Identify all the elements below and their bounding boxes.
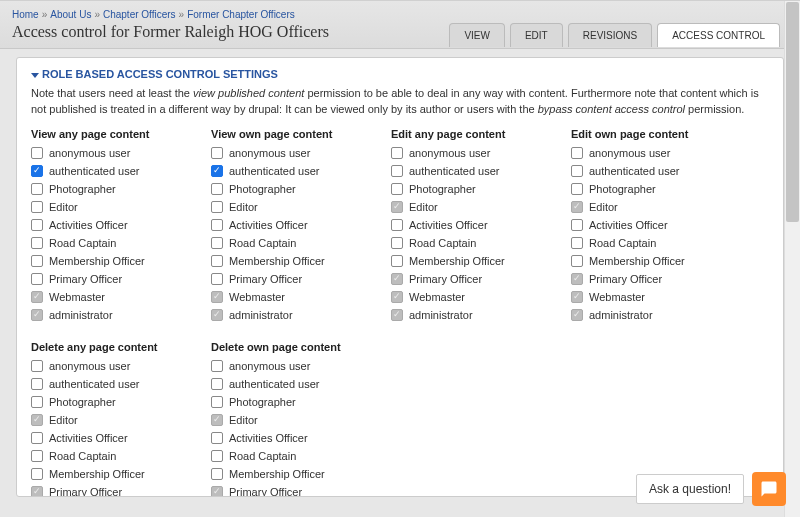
- checkbox: [211, 414, 223, 426]
- role-label: administrator: [589, 309, 653, 321]
- checkbox[interactable]: [571, 165, 583, 177]
- checkbox: [31, 486, 43, 497]
- role-label: authenticated user: [589, 165, 680, 177]
- checkbox[interactable]: [31, 360, 43, 372]
- checkbox[interactable]: [391, 255, 403, 267]
- checkbox[interactable]: [211, 378, 223, 390]
- permission-row: Activities Officer: [571, 219, 751, 231]
- permission-row: Primary Officer: [31, 273, 211, 285]
- permission-row: anonymous user: [571, 147, 751, 159]
- checkbox[interactable]: [31, 432, 43, 444]
- checkbox[interactable]: [211, 450, 223, 462]
- permission-row: Webmaster: [391, 291, 571, 303]
- checkbox[interactable]: [211, 165, 223, 177]
- checkbox[interactable]: [211, 360, 223, 372]
- role-label: Road Captain: [229, 450, 296, 462]
- checkbox[interactable]: [31, 255, 43, 267]
- checkbox[interactable]: [571, 147, 583, 159]
- role-label: authenticated user: [49, 165, 140, 177]
- checkbox[interactable]: [391, 183, 403, 195]
- checkbox[interactable]: [211, 255, 223, 267]
- permission-row: Photographer: [211, 396, 391, 408]
- permission-row: Membership Officer: [31, 468, 211, 480]
- checkbox[interactable]: [571, 237, 583, 249]
- checkbox[interactable]: [571, 183, 583, 195]
- permission-row: Activities Officer: [391, 219, 571, 231]
- column-title: Edit own page content: [571, 128, 751, 140]
- role-label: Primary Officer: [409, 273, 482, 285]
- permission-row: Road Captain: [211, 450, 391, 462]
- checkbox: [391, 273, 403, 285]
- permission-row: authenticated user: [211, 378, 391, 390]
- tab-access-control[interactable]: ACCESS CONTROL: [657, 23, 780, 47]
- checkbox[interactable]: [391, 219, 403, 231]
- checkbox[interactable]: [31, 219, 43, 231]
- role-label: Primary Officer: [229, 486, 302, 497]
- checkbox[interactable]: [31, 273, 43, 285]
- permission-row: Road Captain: [211, 237, 391, 249]
- breadcrumb-separator: »: [94, 9, 100, 20]
- checkbox[interactable]: [211, 183, 223, 195]
- checkbox[interactable]: [31, 468, 43, 480]
- checkbox[interactable]: [31, 396, 43, 408]
- chat-prompt[interactable]: Ask a question!: [636, 474, 744, 504]
- permission-row: Activities Officer: [211, 219, 391, 231]
- role-label: Activities Officer: [229, 432, 308, 444]
- breadcrumb-link[interactable]: Home: [12, 9, 39, 20]
- checkbox[interactable]: [31, 378, 43, 390]
- tab-view[interactable]: VIEW: [449, 23, 505, 47]
- role-label: Webmaster: [229, 291, 285, 303]
- checkbox[interactable]: [211, 396, 223, 408]
- checkbox[interactable]: [211, 219, 223, 231]
- checkbox[interactable]: [31, 201, 43, 213]
- permission-row: administrator: [391, 309, 571, 321]
- permission-row: Webmaster: [31, 291, 211, 303]
- checkbox[interactable]: [31, 147, 43, 159]
- role-label: Webmaster: [49, 291, 105, 303]
- permission-row: Webmaster: [211, 291, 391, 303]
- checkbox[interactable]: [391, 237, 403, 249]
- checkbox[interactable]: [31, 450, 43, 462]
- scrollbar-handle[interactable]: [786, 2, 799, 222]
- checkbox[interactable]: [211, 468, 223, 480]
- checkbox[interactable]: [391, 147, 403, 159]
- role-label: anonymous user: [49, 147, 130, 159]
- permission-row: anonymous user: [391, 147, 571, 159]
- role-label: Activities Officer: [229, 219, 308, 231]
- checkbox[interactable]: [391, 165, 403, 177]
- permission-row: Editor: [211, 414, 391, 426]
- role-label: Editor: [49, 414, 78, 426]
- tab-revisions[interactable]: REVISIONS: [568, 23, 652, 47]
- checkbox: [571, 273, 583, 285]
- checkbox[interactable]: [211, 432, 223, 444]
- chat-button[interactable]: [752, 472, 786, 506]
- fieldset-toggle[interactable]: ROLE BASED ACCESS CONTROL SETTINGS: [31, 68, 769, 80]
- checkbox[interactable]: [31, 183, 43, 195]
- role-label: Primary Officer: [49, 486, 122, 497]
- checkbox[interactable]: [211, 273, 223, 285]
- breadcrumb-link[interactable]: Former Chapter Officers: [187, 9, 295, 20]
- scrollbar[interactable]: [784, 1, 800, 517]
- permission-row: administrator: [211, 309, 391, 321]
- permission-column: Edit own page contentanonymous userauthe…: [571, 128, 751, 327]
- role-label: authenticated user: [229, 165, 320, 177]
- role-label: anonymous user: [229, 360, 310, 372]
- checkbox[interactable]: [211, 147, 223, 159]
- role-label: Membership Officer: [49, 468, 145, 480]
- checkbox[interactable]: [211, 237, 223, 249]
- checkbox[interactable]: [571, 255, 583, 267]
- checkbox[interactable]: [31, 165, 43, 177]
- checkbox[interactable]: [31, 237, 43, 249]
- tab-edit[interactable]: EDIT: [510, 23, 563, 47]
- role-label: anonymous user: [589, 147, 670, 159]
- role-label: Activities Officer: [49, 219, 128, 231]
- permission-row: Editor: [31, 414, 211, 426]
- role-label: Membership Officer: [229, 255, 325, 267]
- checkbox[interactable]: [571, 219, 583, 231]
- breadcrumb-link[interactable]: Chapter Officers: [103, 9, 176, 20]
- breadcrumb-link[interactable]: About Us: [50, 9, 91, 20]
- role-label: Photographer: [229, 183, 296, 195]
- permission-row: Photographer: [211, 183, 391, 195]
- checkbox[interactable]: [211, 201, 223, 213]
- role-label: Editor: [409, 201, 438, 213]
